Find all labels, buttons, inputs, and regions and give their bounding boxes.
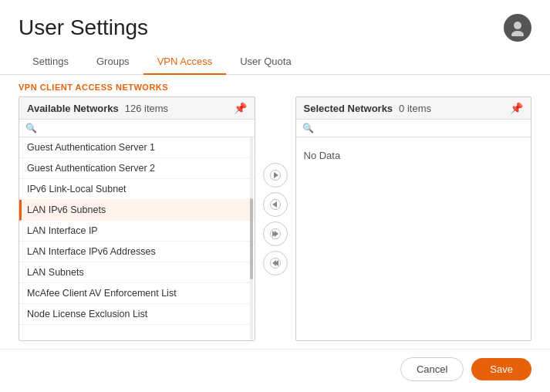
svg-point-0 <box>514 22 521 29</box>
section-title: VPN CLIENT ACCESS NETWORKS <box>0 75 550 96</box>
selected-panel-header-left: Selected Networks 0 items <box>304 103 432 114</box>
available-search-box: 🔍 <box>19 120 255 137</box>
list-item[interactable]: LAN Subnets <box>19 262 255 283</box>
available-list: Guest Authentication Server 1 Guest Auth… <box>19 137 255 340</box>
svg-marker-8 <box>275 231 278 237</box>
available-panel-header-left: Available Networks 126 items <box>27 103 168 114</box>
move-right-button[interactable] <box>263 163 288 188</box>
selected-panel-count: 0 items <box>399 103 431 114</box>
tabs-bar: Settings Groups VPN Access User Quota <box>0 49 550 75</box>
scrollbar-thumb <box>250 198 253 279</box>
scrollbar-track <box>250 137 253 340</box>
selected-list: No Data <box>296 137 531 340</box>
page-container: User Settings Settings Groups VPN Access… <box>0 0 550 392</box>
svg-point-1 <box>511 31 524 36</box>
list-item-selected[interactable]: LAN IPv6 Subnets <box>19 200 255 221</box>
selected-panel-title: Selected Networks <box>304 103 393 114</box>
move-left-button[interactable] <box>263 192 288 217</box>
list-item[interactable]: LAN Interface IPv6 Addresses <box>19 242 255 262</box>
tab-user-quota[interactable]: User Quota <box>226 49 305 75</box>
svg-marker-3 <box>274 172 278 178</box>
move-all-left-button[interactable] <box>263 251 288 275</box>
available-networks-panel: Available Networks 126 items 📌 🔍 Guest A… <box>19 96 255 341</box>
available-panel-count: 126 items <box>125 103 168 114</box>
available-panel-title: Available Networks <box>27 103 119 114</box>
avatar <box>504 14 531 42</box>
transfer-buttons <box>255 96 295 341</box>
header: User Settings <box>0 0 550 49</box>
available-search-input[interactable] <box>40 123 248 133</box>
no-data-label: No Data <box>296 137 531 174</box>
page-title: User Settings <box>19 15 148 40</box>
selected-networks-panel: Selected Networks 0 items 📌 🔍 No Data <box>295 96 532 341</box>
tab-groups[interactable]: Groups <box>83 49 143 75</box>
footer: Cancel Save <box>0 349 550 392</box>
selected-search-input[interactable] <box>317 123 525 133</box>
tab-vpn-access[interactable]: VPN Access <box>143 49 227 75</box>
selected-pin-icon[interactable]: 📌 <box>510 102 523 114</box>
list-item[interactable]: McAfee Client AV Enforcement List <box>19 283 255 304</box>
move-all-right-button[interactable] <box>263 221 288 246</box>
transfer-area: Available Networks 126 items 📌 🔍 Guest A… <box>0 96 550 349</box>
list-item[interactable]: LAN Interface IP <box>19 221 255 242</box>
list-item[interactable]: Guest Authentication Server 1 <box>19 137 255 158</box>
selected-search-icon: 🔍 <box>302 123 314 133</box>
available-pin-icon[interactable]: 📌 <box>234 102 247 114</box>
selected-search-box: 🔍 <box>296 120 531 137</box>
tab-settings[interactable]: Settings <box>19 49 83 75</box>
selected-panel-header: Selected Networks 0 items 📌 <box>296 97 531 120</box>
svg-marker-11 <box>272 260 276 266</box>
available-search-icon: 🔍 <box>25 123 37 133</box>
list-item[interactable]: IPv6 Link-Local Subnet <box>19 179 255 200</box>
save-button[interactable]: Save <box>471 358 531 380</box>
list-item[interactable]: Node License Exclusion List <box>19 304 255 325</box>
list-item[interactable]: Guest Authentication Server 2 <box>19 158 255 179</box>
available-panel-header: Available Networks 126 items 📌 <box>19 97 255 120</box>
cancel-button[interactable]: Cancel <box>400 357 464 381</box>
svg-marker-5 <box>272 201 277 208</box>
